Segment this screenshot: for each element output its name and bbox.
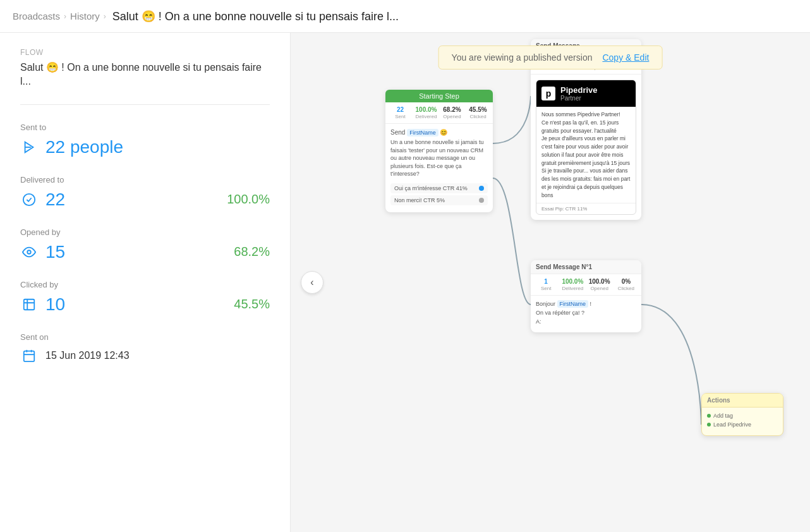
clicked-value: 10	[45, 294, 226, 315]
stat-sent-label: Sent	[395, 114, 405, 119]
svg-rect-4	[24, 351, 35, 361]
delivered-row: 22 100.0%	[20, 190, 270, 210]
starting-step-node: Starting Step 22 Sent 100.0% Delivered 6…	[385, 90, 493, 212]
pipedrive-name-block: Pipedrive Partner	[560, 85, 598, 102]
sm2-stat-sent-val: 1	[533, 278, 559, 285]
calendar-icon	[20, 347, 38, 365]
sm2-stat-delivered-label: Delivered	[562, 286, 583, 291]
breadcrumb-history[interactable]: History	[70, 11, 100, 21]
delivered-label: Delivered to	[20, 175, 270, 184]
published-banner-text: You are viewing a published version	[452, 52, 593, 63]
sm2-stat-delivered-val: 100.0%	[560, 278, 585, 285]
action-dot-1	[707, 414, 711, 418]
sent-to-value[interactable]: 22 people	[45, 137, 270, 157]
delivered-value: 22	[45, 190, 219, 210]
stat-opened-label: Opened	[443, 114, 461, 119]
stat-clicked-val: 45.5%	[466, 106, 490, 113]
page-title: Salut 😁 ! On a une bonne nouvelle si tu …	[112, 9, 399, 23]
starting-step-badge: Starting Step	[385, 90, 493, 102]
sent-on-label: Sent on	[20, 332, 270, 342]
pipedrive-footer: Essai Pip: CTR 11%	[536, 203, 636, 214]
sm2-stat-clicked-label: Clicked	[618, 286, 634, 291]
sm2-stat-delivered: 100.0% Delivered	[560, 278, 585, 291]
opened-block: Opened by 15 68.2%	[20, 227, 270, 262]
actions-header: Actions	[702, 394, 783, 408]
breadcrumb-sep-1: ›	[64, 12, 66, 21]
stat-opened: 68.2% Opened	[440, 106, 464, 119]
stat-delivered: 100.0% Delivered	[414, 106, 438, 119]
action-item-1: Add tag	[707, 413, 778, 419]
node-sender: Send FirstName 😊	[390, 129, 488, 136]
main-layout: Flow Salut 😁 ! On a une bonne nouvelle s…	[0, 33, 810, 532]
choice-1-label: Oui ça m'intéresse CTR 41%	[394, 185, 468, 191]
breadcrumb-broadcasts[interactable]: Broadcasts	[13, 11, 60, 21]
pipedrive-card: p Pipedrive Partner Nous sommes Pipedriv…	[536, 80, 636, 215]
choice-1: Oui ça m'intéresse CTR 41%	[390, 183, 488, 193]
pipedrive-body: Nous sommes Pipedrive Partner! Ce n'est …	[536, 107, 636, 203]
stat-delivered-val: 100.0%	[414, 106, 438, 113]
delivered-block: Delivered to 22 100.0%	[20, 175, 270, 210]
actions-body: Add tag Lead Pipedrive	[702, 408, 783, 435]
send-icon	[20, 138, 38, 156]
stat-clicked-label: Clicked	[469, 114, 486, 119]
click-icon	[20, 296, 38, 313]
msg2-line-3: A:	[536, 318, 636, 325]
header: Broadcasts › History › Salut 😁 ! On a un…	[0, 0, 810, 33]
clicked-label: Clicked by	[20, 280, 270, 289]
msg2-line-1: Bonjour FirstName !	[536, 301, 636, 307]
pipedrive-logo: p	[541, 87, 555, 100]
nav-arrow-left[interactable]: ‹	[301, 271, 323, 294]
stat-delivered-label: Delivered	[416, 114, 437, 119]
msg2-body: Bonjour FirstName ! On va répéter ça! ? …	[531, 296, 641, 332]
right-panel: You are viewing a published version Copy…	[291, 33, 810, 532]
choice-1-dot	[479, 186, 484, 191]
starting-step-stats: 22 Sent 100.0% Delivered 68.2% Opened 45…	[385, 102, 493, 124]
sent-on-value: 15 Jun 2019 12:43	[45, 350, 130, 361]
divider	[20, 104, 270, 105]
sender-name: FirstName	[407, 129, 438, 136]
opened-label: Opened by	[20, 227, 270, 237]
pipedrive-title: Pipedrive	[560, 85, 598, 95]
msg2-line-2: On va répéter ça! ?	[536, 310, 636, 316]
pipedrive-line-2: Ce n'est pas la qu'il, en. 15 jours grat…	[541, 119, 631, 135]
sent-to-label: Sent to	[20, 123, 270, 132]
stat-opened-val: 68.2%	[440, 106, 464, 113]
eye-icon	[20, 243, 38, 261]
pipedrive-subtitle: Partner	[560, 95, 598, 102]
opened-percent: 68.2%	[234, 245, 270, 259]
sent-on-row: 15 Jun 2019 12:43	[20, 347, 270, 365]
breadcrumb-sep-2: ›	[104, 12, 106, 21]
starting-step-body: Send FirstName 😊 Un a une bonne nouvelle…	[385, 124, 493, 212]
breadcrumb: Broadcasts › History › Salut 😁 ! On a un…	[13, 9, 399, 23]
flow-canvas: Starting Step 22 Sent 100.0% Delivered 6…	[291, 33, 810, 532]
choice-2-dot	[479, 198, 484, 203]
clicked-row: 10 45.5%	[20, 294, 270, 315]
choice-2-label: Non merci! CTR 5%	[394, 197, 445, 203]
msg2-firstname: FirstName	[557, 300, 589, 308]
sm2-stat-clicked-val: 0%	[614, 278, 639, 285]
sm2-stat-sent-label: Sent	[541, 286, 551, 291]
stat-sent-val: 22	[388, 106, 413, 113]
action-dot-2	[707, 423, 711, 426]
stat-sent: 22 Sent	[388, 106, 413, 119]
sm2-stat-opened-label: Opened	[590, 286, 608, 291]
pipedrive-header: p Pipedrive Partner	[536, 80, 636, 107]
left-panel: Flow Salut 😁 ! On a une bonne nouvelle s…	[0, 33, 291, 532]
action-item-2: Lead Pipedrive	[707, 421, 778, 428]
sm2-stat-opened: 100.0% Opened	[587, 278, 612, 291]
clicked-block: Clicked by 10 45.5%	[20, 280, 270, 315]
actions-node: Actions Add tag Lead Pipedrive	[701, 393, 783, 436]
flow-title: Salut 😁 ! On a une bonne nouvelle si tu …	[20, 61, 270, 89]
sent-to-block: Sent to 22 people	[20, 123, 270, 157]
node-message-text: Un a une bonne nouvelle si jamais tu fai…	[390, 138, 488, 178]
svg-point-2	[23, 194, 35, 205]
sm2-stat-sent: 1 Sent	[533, 278, 559, 291]
send-msg2-header: Send Message N°1	[531, 260, 641, 274]
pipedrive-line-4: Si je travaille pour... vous aider dans …	[541, 167, 631, 199]
pipedrive-line-3: Je peux d'ailleurs vous en parler mi c'e…	[541, 135, 631, 167]
choice-2: Non merci! CTR 5%	[390, 195, 488, 205]
copy-edit-link[interactable]: Copy & Edit	[602, 52, 649, 63]
delivered-icon	[20, 191, 38, 209]
svg-point-3	[27, 250, 31, 254]
sm2-stat-clicked: 0% Clicked	[614, 278, 639, 291]
